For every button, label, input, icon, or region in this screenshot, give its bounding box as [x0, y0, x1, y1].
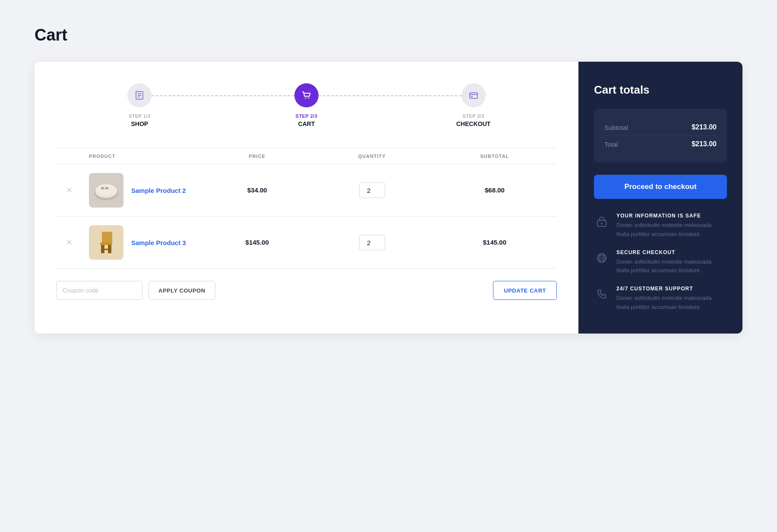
product-cell-1: Sample Product 2: [82, 164, 203, 217]
feature-support: 24/7 CUSTOMER SUPPORT Donec sollicitudin…: [594, 286, 727, 312]
price-cell-1: $34.00: [203, 164, 311, 217]
product-image-1: [89, 173, 123, 208]
checkout-button[interactable]: Proceed to checkout: [594, 175, 727, 199]
quantity-input-2[interactable]: [359, 235, 385, 250]
phone-icon: [594, 286, 610, 302]
step-1-name: SHOP: [131, 120, 148, 127]
remove-cell-1: ✕: [56, 164, 82, 217]
cart-totals-title: Cart totals: [594, 83, 727, 97]
lock-icon: [594, 214, 610, 229]
feature-support-title: 24/7 CUSTOMER SUPPORT: [616, 286, 727, 292]
step-2-name: CART: [298, 120, 315, 127]
col-product: PRODUCT: [82, 148, 203, 164]
security-features: YOUR INFORMATION IS SAFE Donec sollicitu…: [594, 213, 727, 312]
step-3-number: STEP 3/3: [462, 113, 484, 119]
qty-cell-2: [311, 217, 432, 269]
coupon-input[interactable]: [56, 281, 142, 300]
feature-secure-content: SECURE CHECKOUT Donec sollicitudin moles…: [616, 249, 727, 276]
feature-secure-checkout: SECURE CHECKOUT Donec sollicitudin moles…: [594, 249, 727, 276]
subtotal-label: Subtotal: [604, 124, 628, 131]
svg-point-20: [601, 223, 603, 224]
col-quantity: QUANTITY: [311, 148, 432, 164]
totals-card: Subtotal $213.00 Total $213.00: [594, 109, 727, 163]
subtotal-cell-2: $145.00: [433, 217, 557, 269]
update-cart-button[interactable]: UPDATE CART: [493, 281, 557, 300]
col-price: PRICE: [203, 148, 311, 164]
cart-section: STEP 1/3 SHOP STEP 2/3 CART: [35, 62, 578, 334]
step-3-circle: [461, 83, 486, 107]
svg-rect-17: [100, 242, 112, 245]
product-cell-2: Sample Product 3: [82, 217, 203, 269]
svg-rect-16: [108, 244, 111, 253]
quantity-input-1[interactable]: [359, 183, 385, 198]
step-3-name: CHECKOUT: [456, 120, 490, 127]
coupon-left: APPLY COUPON: [56, 281, 215, 300]
price-cell-2: $145.00: [203, 217, 311, 269]
feature-support-desc: Donec sollicitudin molestie malesuada. N…: [616, 294, 727, 312]
coupon-row: APPLY COUPON UPDATE CART: [56, 281, 557, 300]
subtotal-1: $68.00: [485, 186, 505, 194]
svg-rect-6: [470, 93, 477, 98]
globe-icon: [594, 250, 610, 266]
subtotal-2: $145.00: [483, 239, 506, 246]
remove-button-2[interactable]: ✕: [64, 236, 74, 249]
sidebar-section: Cart totals Subtotal $213.00 Total $213.…: [578, 62, 742, 334]
subtotal-row: Subtotal $213.00: [604, 119, 717, 135]
feature-safe-content: YOUR INFORMATION IS SAFE Donec sollicitu…: [616, 213, 727, 239]
steps-progress: STEP 1/3 SHOP STEP 2/3 CART: [56, 83, 557, 127]
subtotal-value: $213.00: [692, 123, 717, 131]
step-2: STEP 2/3 CART: [223, 83, 390, 127]
feature-safe-desc: Donec sollicitudin molestie malesuada. N…: [616, 221, 727, 239]
product-image-2: [89, 225, 123, 260]
col-remove: [56, 148, 82, 164]
table-row: ✕: [56, 164, 557, 217]
total-label: Total: [604, 141, 618, 148]
svg-point-11: [96, 184, 117, 196]
feature-secure-title: SECURE CHECKOUT: [616, 249, 727, 255]
cart-table: PRODUCT PRICE QUANTITY SUBTOTAL ✕: [56, 148, 557, 269]
remove-button-1[interactable]: ✕: [64, 184, 74, 197]
step-1: STEP 1/3 SHOP: [56, 83, 223, 127]
feature-safe-title: YOUR INFORMATION IS SAFE: [616, 213, 727, 219]
svg-rect-7: [471, 96, 473, 97]
svg-rect-15: [101, 244, 104, 253]
page-title: Cart: [35, 26, 742, 44]
feature-safe-info: YOUR INFORMATION IS SAFE Donec sollicitu…: [594, 213, 727, 239]
subtotal-cell-1: $68.00: [433, 164, 557, 217]
apply-coupon-button[interactable]: APPLY COUPON: [148, 281, 215, 300]
qty-cell-1: [311, 164, 432, 217]
col-subtotal: SUBTOTAL: [433, 148, 557, 164]
step-3: STEP 3/3 CHECKOUT: [390, 83, 557, 127]
step-2-circle: [294, 83, 319, 107]
total-row: Total $213.00: [604, 135, 717, 152]
step-1-circle: [127, 83, 152, 107]
svg-point-5: [308, 98, 310, 99]
step-2-number: STEP 2/3: [296, 113, 318, 119]
svg-rect-14: [102, 232, 112, 244]
feature-secure-desc: Donec sollicitudin molestie malesuada. N…: [616, 258, 727, 276]
svg-point-4: [305, 98, 306, 99]
main-layout: STEP 1/3 SHOP STEP 2/3 CART: [35, 62, 742, 334]
feature-support-content: 24/7 CUSTOMER SUPPORT Donec sollicitudin…: [616, 286, 727, 312]
product-name-1[interactable]: Sample Product 2: [131, 187, 186, 194]
price-1: $34.00: [247, 186, 267, 194]
step-1-number: STEP 1/3: [129, 113, 151, 119]
remove-cell-2: ✕: [56, 217, 82, 269]
total-value: $213.00: [692, 140, 717, 148]
table-row: ✕: [56, 217, 557, 269]
product-name-2[interactable]: Sample Product 3: [131, 239, 186, 246]
price-2: $145.00: [246, 239, 269, 246]
